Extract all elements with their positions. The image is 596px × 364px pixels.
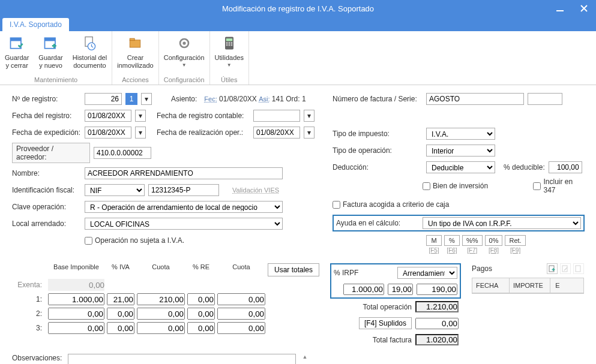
delete-pago-icon[interactable] — [573, 263, 584, 274]
no-sujeta-checkbox[interactable] — [85, 237, 92, 245]
fecha-contable-picker[interactable]: ▾ — [304, 110, 315, 122]
nfactura-input[interactable] — [426, 93, 524, 105]
fecha-registro-picker[interactable]: ▾ — [135, 110, 146, 122]
fecha-contable-input[interactable] — [253, 110, 300, 122]
close-button[interactable] — [572, 0, 596, 17]
crear-inmovilizado-button[interactable]: Crear inmovilizado — [112, 31, 158, 75]
titlebar: Modificación de registro de I.V.A. Sopor… — [0, 0, 596, 17]
clave-select[interactable]: R - Operación de arrendamiento de local … — [85, 201, 283, 213]
r1-base[interactable] — [48, 293, 104, 305]
col-cuotare-header: Cuota — [217, 263, 265, 276]
pagos-col-fecha[interactable]: FECHA — [472, 278, 510, 293]
edit-pago-icon[interactable] — [560, 263, 571, 274]
svg-rect-12 — [226, 38, 233, 41]
proveedor-button[interactable]: Proveedor / acreedor: — [12, 143, 90, 163]
criterio-caja-label: Factura acogida a criterio de caja — [343, 200, 449, 209]
nregistro-dropdown[interactable]: ▾ — [141, 93, 152, 105]
history-label: Historial del documento — [73, 54, 107, 70]
nfactura-label: Número de factura / Serie: — [333, 95, 423, 103]
r1-pre[interactable] — [187, 293, 215, 305]
local-label: Local arrendado: — [12, 219, 81, 228]
pagos-col-importe[interactable]: IMPORTE — [510, 278, 550, 293]
svg-rect-17 — [228, 44, 230, 46]
ribbon-tabstrip: I.V.A. Soportado — [0, 17, 596, 31]
nfactura-serie-input[interactable] — [528, 93, 562, 105]
minimize-button[interactable] — [548, 0, 572, 17]
fecha-oper-input[interactable] — [253, 127, 300, 139]
history-button[interactable]: Historial del documento — [68, 31, 112, 75]
suplidos-button[interactable]: [F4] Suplidos — [359, 317, 412, 329]
utilidades-button[interactable]: Utilidades ▼ — [210, 31, 248, 75]
add-pago-icon[interactable] — [547, 263, 558, 274]
ayuda-select[interactable]: Un tipo de IVA con I.R.P.F. — [423, 217, 581, 229]
nregistro-input[interactable] — [85, 93, 122, 105]
irpf-pct-input[interactable] — [388, 284, 413, 295]
save-new-button[interactable]: Guardar y nuevo — [34, 31, 67, 75]
observaciones-scroll[interactable]: ▲▼ — [302, 354, 307, 364]
criterio-caja-checkbox[interactable] — [333, 201, 340, 209]
key-ret-button[interactable]: Ret. — [505, 235, 525, 246]
history-icon — [80, 34, 99, 53]
tipo-op-select[interactable]: Interior — [426, 145, 495, 157]
r3-piva[interactable] — [107, 322, 134, 334]
r3-cuota[interactable] — [137, 322, 185, 334]
ayuda-label: Ayuda en el cálculo: — [336, 219, 419, 227]
bien-inversion-checkbox[interactable] — [423, 182, 430, 190]
nregistro-sub-input[interactable] — [125, 93, 137, 105]
pct-deducible-input[interactable] — [549, 161, 582, 173]
irpf-base-input[interactable] — [343, 284, 384, 295]
group-acciones-label: Acciones — [112, 75, 158, 85]
r2-pre[interactable] — [187, 308, 215, 320]
tipo-op-label: Tipo de operación: — [333, 146, 423, 155]
asiento-fec-link[interactable]: Fec: — [204, 95, 217, 103]
col-pre-header: % RE — [187, 263, 215, 276]
key-pct-button[interactable]: % — [444, 235, 460, 246]
save-new-icon — [41, 34, 61, 53]
r2-piva[interactable] — [107, 308, 134, 320]
pagos-col-e[interactable]: E — [550, 278, 565, 293]
nregistro-label: Nº de registro: — [12, 95, 81, 103]
deduccion-select[interactable]: Deducible — [426, 161, 495, 173]
fecha-exped-label: Fecha de expedición: — [12, 128, 81, 137]
observaciones-input[interactable] — [68, 354, 296, 364]
fecha-exped-input[interactable] — [85, 127, 131, 139]
idtipo-select[interactable]: NIF — [85, 184, 145, 196]
total-fac-value — [415, 334, 459, 345]
total-fac-label: Total factura — [373, 336, 412, 344]
usar-totales-button[interactable]: Usar totales — [268, 263, 319, 276]
vies-link[interactable]: Validación VIES — [232, 186, 279, 194]
nombre-input[interactable] — [85, 167, 283, 179]
key-0-button[interactable]: 0% — [485, 235, 503, 246]
fecha-registro-input[interactable] — [85, 110, 131, 122]
save-close-button[interactable]: Guardar y cerrar — [0, 31, 34, 75]
crear-inmov-icon — [125, 34, 145, 53]
tab-iva-soportado[interactable]: I.V.A. Soportado — [2, 18, 69, 31]
save-close-icon — [7, 34, 26, 53]
asiento-asi-link[interactable]: Asi: — [259, 95, 269, 103]
proveedor-input[interactable] — [94, 147, 151, 159]
incluir-347-checkbox[interactable] — [533, 182, 541, 190]
r3-cre[interactable] — [217, 322, 265, 334]
key-pctpct-button[interactable]: %% — [462, 235, 483, 246]
r2-cre[interactable] — [217, 308, 265, 320]
calculator-icon — [220, 34, 239, 53]
key-m-button[interactable]: M — [426, 235, 442, 246]
r1-cuota[interactable] — [137, 293, 185, 305]
r1-cre[interactable] — [217, 293, 265, 305]
irpf-importe-input[interactable] — [417, 284, 457, 295]
irpf-tipo-select[interactable]: Arrendamient — [397, 267, 457, 279]
tipo-imp-select[interactable]: I.V.A. — [426, 128, 495, 140]
local-select[interactable]: LOCAL OFICINAS — [85, 218, 283, 230]
r2-base[interactable] — [48, 308, 104, 320]
svg-rect-7 — [130, 40, 141, 47]
r3-base[interactable] — [48, 322, 104, 334]
configuracion-button[interactable]: Configuración ▼ — [159, 31, 209, 75]
idnum-input[interactable] — [148, 184, 219, 196]
r1-piva[interactable] — [107, 293, 134, 305]
r2-cuota[interactable] — [137, 308, 185, 320]
observaciones-label: Observaciones: — [12, 354, 62, 362]
fecha-oper-picker[interactable]: ▾ — [304, 127, 315, 139]
suplidos-input[interactable] — [415, 318, 459, 329]
fecha-exped-picker[interactable]: ▾ — [135, 127, 146, 139]
r3-pre[interactable] — [187, 322, 215, 334]
